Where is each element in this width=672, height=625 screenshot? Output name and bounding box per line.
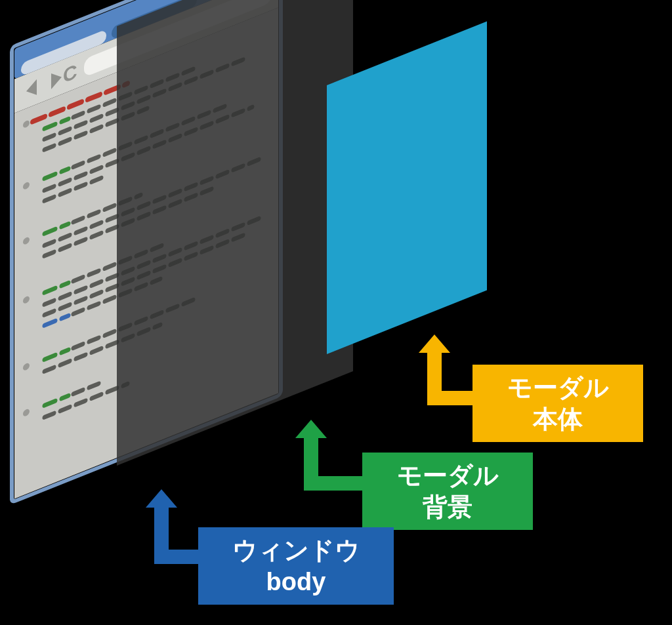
label-modal-background-line2: 背景 xyxy=(422,493,472,521)
label-modal-body-line2: 本体 xyxy=(532,405,583,433)
label-modal-background: モーダル 背景 xyxy=(362,453,533,530)
arrow-modal-body xyxy=(419,334,480,405)
label-modal-body-line1: モーダル xyxy=(507,374,609,401)
label-modal-body: モーダル 本体 xyxy=(472,365,643,442)
diagram-canvas: C xyxy=(0,0,672,625)
modal-backdrop-layer xyxy=(117,0,353,466)
arrow-modal-background xyxy=(295,420,369,491)
label-window-body-line1: ウィンドウ xyxy=(232,536,360,564)
svg-rect-43 xyxy=(304,476,369,491)
svg-rect-41 xyxy=(427,391,480,405)
svg-rect-38 xyxy=(117,0,353,466)
label-window-body: ウィンドウ body xyxy=(198,527,394,605)
label-window-body-line2: body xyxy=(266,568,326,595)
label-modal-background-line1: モーダル xyxy=(397,462,499,489)
arrow-window-body xyxy=(146,489,207,564)
